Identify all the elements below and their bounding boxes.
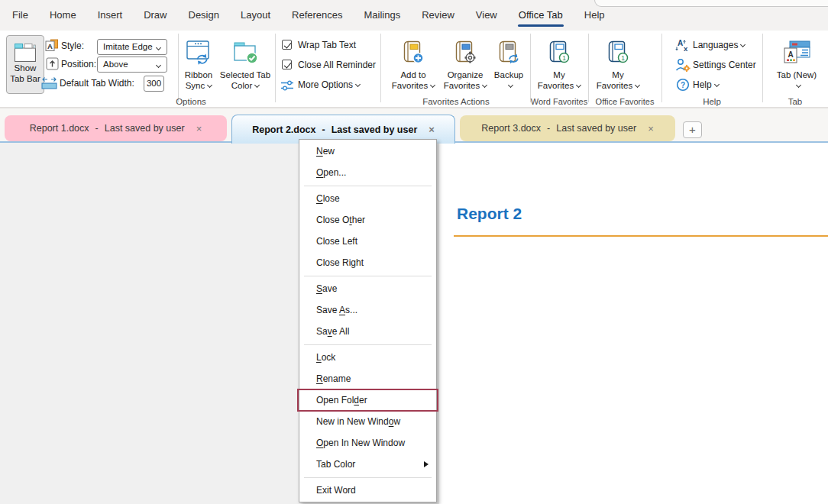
menu-item-exit-word[interactable]: Exit Word bbox=[299, 480, 436, 501]
menu-item-open-folder[interactable]: Open Folder bbox=[299, 389, 436, 411]
tab-new-label: Tab (New) bbox=[777, 69, 817, 80]
ribbon-group-separator bbox=[530, 34, 531, 102]
dropdown-chevron-icon bbox=[576, 82, 581, 88]
tab-new-button[interactable]: A Tab (New) bbox=[771, 33, 822, 102]
tab-status: Last saved by user bbox=[332, 124, 418, 135]
document-heading: Report 2 bbox=[457, 205, 522, 223]
ribbon-sync-button[interactable]: Ribbon Sync bbox=[180, 33, 217, 102]
my-favorites-word-icon: 1 bbox=[548, 36, 571, 69]
menu-item-new-in-new-window[interactable]: New in New Window bbox=[299, 411, 436, 432]
menu-item-close-left[interactable]: Close Left bbox=[299, 231, 436, 252]
menu-item-label: Lock bbox=[316, 352, 335, 363]
menu-item-save[interactable]: Save bbox=[299, 278, 436, 299]
ribbon-sync-label-2: Sync bbox=[186, 80, 212, 91]
tab-new-icon: A bbox=[782, 36, 811, 69]
office-my-favorites-button[interactable]: 1 My Favorites bbox=[591, 33, 645, 102]
tab-width-input[interactable]: 300 bbox=[144, 76, 164, 92]
position-label: Position: bbox=[61, 59, 96, 69]
office-tab-ribbon: Show Tab Bar A Style: Imitate Edge Posit… bbox=[0, 31, 828, 108]
menu-item-label: Save bbox=[316, 283, 337, 294]
add-to-favorites-button[interactable]: Add to Favorites bbox=[387, 33, 440, 102]
organize-favorites-button[interactable]: Organize Favorites bbox=[441, 33, 489, 102]
close-all-reminder-checkbox[interactable] bbox=[282, 60, 292, 69]
menu-item-lock[interactable]: Lock bbox=[299, 347, 436, 368]
tab-title: Report 1.docx bbox=[30, 123, 89, 134]
menu-separator bbox=[304, 186, 432, 186]
menu-item-save-all[interactable]: Save All bbox=[299, 321, 436, 342]
position-icon bbox=[46, 57, 59, 73]
selected-tab-color-label-1: Selected Tab bbox=[220, 69, 270, 80]
menubar-item-design[interactable]: Design bbox=[188, 6, 220, 25]
menu-item-open[interactable]: Open... bbox=[299, 162, 436, 183]
favorites-actions-group-label: Favorites Actions bbox=[382, 97, 530, 106]
more-options-button[interactable]: More Options bbox=[298, 79, 360, 90]
menu-item-label: Close Left bbox=[316, 236, 357, 247]
menu-item-label: Open Folder bbox=[316, 395, 367, 405]
svg-text:?: ? bbox=[681, 81, 685, 89]
document-page[interactable]: Report 2 bbox=[439, 143, 828, 504]
close-tab-icon[interactable]: × bbox=[429, 124, 435, 135]
menu-item-label: Open... bbox=[316, 167, 346, 178]
menu-item-rename[interactable]: Rename bbox=[299, 368, 436, 389]
menubar-item-draw[interactable]: Draw bbox=[143, 6, 167, 25]
tab-width-label: Default Tab Width: bbox=[60, 78, 134, 89]
dropdown-chevron-icon bbox=[795, 82, 801, 88]
show-tab-bar-button[interactable]: Show Tab Bar bbox=[6, 35, 44, 94]
word-my-favorites-button[interactable]: 1 My Favorites bbox=[532, 33, 586, 102]
menu-item-open-in-new-window[interactable]: Open In New Window bbox=[299, 432, 436, 454]
ribbon-group-separator bbox=[762, 34, 763, 102]
menu-item-close-other[interactable]: Close Other bbox=[299, 209, 436, 231]
add-to-favorites-label-2: Favorites bbox=[392, 80, 435, 91]
ribbon-group-separator bbox=[380, 34, 381, 102]
backup-button[interactable]: Backup bbox=[489, 33, 529, 102]
word-window: FileHomeInsertDrawDesignLayoutReferences… bbox=[0, 0, 828, 504]
menubar-item-insert[interactable]: Insert bbox=[97, 6, 124, 25]
ribbon-separator bbox=[275, 34, 276, 102]
new-tab-button[interactable]: + bbox=[683, 121, 702, 138]
dropdown-chevron-icon bbox=[482, 82, 487, 88]
languages-button[interactable]: Languages bbox=[693, 40, 745, 50]
position-select[interactable]: Above bbox=[97, 57, 167, 73]
help-button[interactable]: Help bbox=[693, 79, 719, 90]
document-tab-3[interactable]: Report 3.docx-Last saved by user× bbox=[460, 115, 675, 141]
menubar-item-references[interactable]: References bbox=[291, 6, 343, 25]
office-my-favorites-label-2: Favorites bbox=[597, 80, 639, 91]
menubar-item-office-tab[interactable]: Office Tab bbox=[518, 6, 564, 25]
menubar-item-file[interactable]: File bbox=[11, 6, 29, 25]
menubar-item-review[interactable]: Review bbox=[421, 6, 455, 25]
tab-width-icon bbox=[41, 76, 57, 92]
menubar-item-layout[interactable]: Layout bbox=[240, 6, 271, 25]
menubar-item-home[interactable]: Home bbox=[49, 6, 77, 25]
tab-status: Last saved by user bbox=[105, 123, 185, 134]
add-to-favorites-icon bbox=[402, 36, 425, 69]
top-right-panel bbox=[594, 0, 828, 7]
wrap-tab-text-checkbox[interactable] bbox=[282, 40, 292, 50]
show-tab-bar-label-2: Tab Bar bbox=[10, 74, 40, 85]
tab-dash: - bbox=[547, 123, 550, 134]
document-tab-strip: Report 1.docx-Last saved by user×Report … bbox=[0, 108, 828, 143]
languages-icon: A x bbox=[675, 38, 691, 56]
menubar-item-help[interactable]: Help bbox=[584, 6, 606, 25]
menu-item-close[interactable]: Close bbox=[299, 188, 436, 209]
menu-item-label: Close Other bbox=[316, 215, 365, 225]
selected-tab-color-button[interactable]: Selected Tab Color bbox=[218, 33, 272, 102]
menu-item-save-as[interactable]: Save As... bbox=[299, 299, 436, 321]
close-tab-icon[interactable]: × bbox=[196, 123, 202, 134]
close-tab-icon[interactable]: × bbox=[648, 123, 654, 134]
tab-title: Report 2.docx bbox=[252, 124, 315, 135]
ribbon-menubar: FileHomeInsertDrawDesignLayoutReferences… bbox=[0, 0, 828, 31]
menu-item-close-right[interactable]: Close Right bbox=[299, 252, 436, 273]
menu-item-label: Close Right bbox=[316, 257, 364, 268]
menubar-item-view[interactable]: View bbox=[475, 6, 498, 25]
menubar-item-mailings[interactable]: Mailings bbox=[364, 6, 402, 25]
menu-item-new[interactable]: New bbox=[299, 141, 436, 162]
document-tab-1[interactable]: Report 1.docx-Last saved by user× bbox=[5, 115, 227, 141]
menu-item-label: Exit Word bbox=[316, 485, 356, 496]
menu-item-tab-color[interactable]: Tab Color bbox=[299, 454, 436, 475]
style-select[interactable]: Imitate Edge bbox=[97, 39, 167, 55]
settings-center-button[interactable]: Settings Center bbox=[693, 60, 756, 70]
tab-group-label: Tab bbox=[762, 97, 828, 106]
tab-status: Last saved by user bbox=[556, 123, 636, 134]
menu-item-label: Open In New Window bbox=[316, 438, 405, 448]
svg-text:1: 1 bbox=[562, 54, 566, 62]
